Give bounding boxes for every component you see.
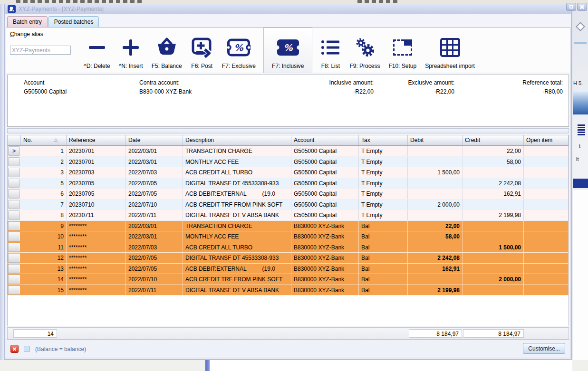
cell-tax[interactable]: Bal (359, 231, 408, 242)
process-button[interactable]: F9: Process (345, 28, 384, 73)
cell-description[interactable]: ACB CREDIT ALL TURBO (183, 167, 291, 178)
cell-account[interactable]: G505000 Capital (291, 200, 359, 210)
cell-date[interactable]: 2022/03/01 (126, 146, 183, 156)
cell-open-item[interactable] (524, 178, 569, 189)
customise-button[interactable]: Customise... (523, 343, 565, 354)
cell-description[interactable]: TRANSACTION CHARGE (183, 221, 291, 231)
cell-credit[interactable]: 2 199,98 (463, 210, 524, 220)
cell-date[interactable]: 2022/07/05 (126, 189, 183, 199)
spreadsheet-import-button[interactable]: Spreadsheet import (421, 28, 479, 73)
cell-reference[interactable]: ******** (67, 231, 126, 242)
cell-debit[interactable]: 22,00 (408, 221, 463, 231)
column-header-account[interactable]: Account (291, 135, 359, 145)
cell-reference[interactable]: ******** (67, 274, 126, 285)
cell-open-item[interactable] (524, 231, 569, 242)
cell-debit[interactable]: 162,91 (408, 264, 463, 274)
cell-open-item[interactable] (524, 210, 569, 220)
insert-button[interactable]: ^N: Insert (115, 28, 147, 73)
cell-debit[interactable]: 1 500,00 (408, 167, 463, 178)
cell-credit[interactable] (463, 264, 524, 274)
table-row[interactable]: 3 20230703 2022/07/03 ACB CREDIT ALL TUR… (8, 167, 569, 178)
setup-button[interactable]: F10: Setup (384, 28, 421, 73)
cell-credit[interactable] (463, 231, 524, 242)
cell-open-item[interactable] (524, 274, 569, 285)
cell-tax[interactable]: Bal (359, 274, 408, 285)
cell-description[interactable]: ACB CREDIT TRF FROM PINK SOFT (183, 274, 291, 285)
cell-date[interactable]: 2022/07/05 (126, 264, 183, 274)
exclusive-button[interactable]: % F7: Exclusive (218, 28, 260, 73)
cell-account[interactable]: G505000 Capital (291, 210, 359, 220)
cell-open-item[interactable] (524, 221, 569, 231)
cell-open-item[interactable] (524, 285, 569, 295)
cell-tax[interactable]: Bal (359, 242, 408, 253)
inclusive-button-selected[interactable]: % F7: Inclusive (263, 28, 312, 73)
cell-account[interactable]: G505000 Capital (291, 157, 359, 167)
close-button[interactable] (577, 3, 587, 11)
cell-no[interactable]: 9 (21, 221, 67, 231)
column-header-no[interactable]: No.△ (21, 135, 67, 145)
cell-account[interactable]: G505000 Capital (291, 146, 359, 156)
cell-open-item[interactable] (524, 157, 569, 167)
cell-date[interactable]: 2022/07/10 (126, 200, 183, 210)
cell-no[interactable]: 5 (21, 178, 67, 189)
cell-reference[interactable]: 20230705 (67, 178, 126, 189)
cell-description[interactable]: ACB DEBIT:EXTERNAL (19.0 (183, 189, 291, 199)
table-row[interactable]: 7 20230710 2022/07/10 ACB CREDIT TRF FRO… (8, 200, 569, 210)
cell-tax[interactable]: T Empty (359, 146, 408, 156)
row-selector[interactable] (8, 285, 20, 295)
column-header-tax[interactable]: Tax (359, 135, 408, 145)
row-selector[interactable] (8, 253, 20, 263)
cell-debit[interactable]: 2 199,98 (408, 285, 463, 295)
cell-date[interactable]: 2022/07/11 (126, 285, 183, 295)
cell-description[interactable]: MONTHLY ACC FEE (183, 231, 291, 242)
balance-button[interactable]: F5: Balance (147, 28, 186, 73)
table-row[interactable]: 2 20230701 2022/03/01 MONTHLY ACC FEE G5… (8, 157, 569, 168)
cell-account[interactable]: G505000 Capital (291, 167, 359, 178)
delete-button[interactable]: ^D: Delete (79, 28, 115, 73)
cell-credit[interactable] (463, 167, 524, 178)
table-row[interactable]: 6 20230705 2022/07/05 ACB DEBIT:EXTERNAL… (8, 189, 569, 200)
table-row[interactable]: 14 ******** 2022/07/10 ACB CREDIT TRF FR… (8, 274, 569, 285)
cell-account[interactable]: G505000 Capital (291, 189, 359, 199)
column-header-description[interactable]: Description (183, 135, 291, 145)
cell-debit[interactable] (408, 274, 463, 285)
cell-date[interactable]: 2022/03/01 (126, 231, 183, 242)
cell-reference[interactable]: ******** (67, 221, 126, 231)
cell-open-item[interactable] (524, 242, 569, 253)
cell-date[interactable]: 2022/07/03 (126, 167, 183, 178)
cell-debit[interactable] (408, 189, 463, 199)
error-status-icon[interactable] (10, 345, 19, 353)
cell-reference[interactable]: 20230710 (67, 200, 126, 210)
table-row[interactable]: 9 ******** 2022/03/01 TRANSACTION CHARGE… (8, 221, 569, 232)
cell-no[interactable]: 3 (21, 167, 67, 178)
cell-credit[interactable] (463, 221, 524, 231)
column-header-reference[interactable]: Reference (67, 135, 126, 145)
cell-tax[interactable]: T Empty (359, 189, 408, 199)
cell-description[interactable]: ACB CREDIT ALL TURBO (183, 242, 291, 253)
cell-tax[interactable]: T Empty (359, 200, 408, 210)
cell-date[interactable]: 2022/07/05 (126, 178, 183, 189)
cell-account[interactable]: B830000 XYZ-Bank (291, 274, 359, 285)
cell-account[interactable]: B830000 XYZ-Bank (291, 253, 359, 263)
alias-input[interactable] (10, 46, 71, 55)
cell-tax[interactable]: T Empty (359, 167, 408, 178)
cell-credit[interactable]: 1 500,00 (463, 242, 524, 253)
cell-open-item[interactable] (524, 264, 569, 274)
row-selector[interactable] (8, 200, 20, 209)
cell-debit[interactable] (408, 146, 463, 156)
cell-account[interactable]: B830000 XYZ-Bank (291, 264, 359, 274)
cell-description[interactable]: ACB CREDIT TRF FROM PINK SOFT (183, 200, 291, 210)
cell-tax[interactable]: Bal (359, 253, 408, 263)
cell-no[interactable]: 7 (21, 200, 67, 210)
column-header-date[interactable]: Date (126, 135, 183, 145)
cell-description[interactable]: DIGITAL TRANSF DT 45533308-933 (183, 253, 291, 263)
cell-reference[interactable]: 20230711 (67, 210, 126, 220)
cell-account[interactable]: B830000 XYZ-Bank (291, 231, 359, 242)
cell-description[interactable]: DIGITAL TRANSF DT V ABSA BANK (183, 210, 291, 220)
row-selector[interactable] (8, 157, 20, 167)
row-selector[interactable] (8, 210, 20, 220)
row-selector[interactable]: > (8, 146, 20, 156)
cell-tax[interactable]: Bal (359, 285, 408, 295)
cell-open-item[interactable] (524, 146, 569, 156)
cell-debit[interactable] (408, 242, 463, 253)
